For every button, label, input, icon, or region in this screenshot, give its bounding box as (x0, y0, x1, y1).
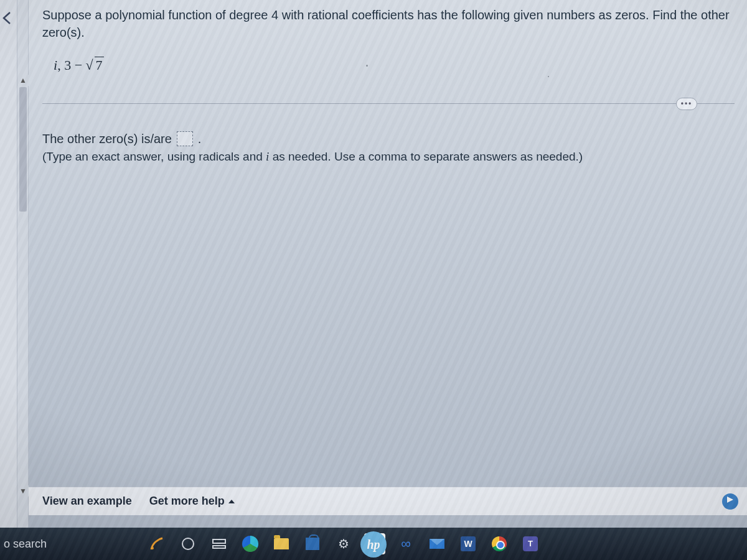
file-explorer-icon[interactable] (271, 533, 292, 554)
sqrt-icon: 7 (86, 57, 104, 73)
help-floating-button[interactable] (722, 493, 738, 510)
edge-browser-icon[interactable] (240, 533, 261, 554)
get-more-help-link[interactable]: Get more help (149, 495, 235, 508)
left-navigation-sliver (0, 0, 17, 560)
teams-icon[interactable]: T (520, 533, 541, 554)
answer-line: The other zero(s) is/are . (42, 131, 735, 146)
answer-block: The other zero(s) is/are . (Type an exac… (42, 131, 735, 164)
chrome-icon[interactable] (489, 533, 510, 554)
given-separator: , 3 − (57, 57, 85, 73)
answer-period: . (198, 132, 202, 146)
taskbar-app-icon[interactable] (146, 533, 167, 554)
answer-leadin: The other zero(s) is/are (42, 132, 172, 146)
caret-up-icon (228, 500, 235, 503)
screen: ▲ ▼ Suppose a polynomial function of deg… (0, 0, 747, 560)
view-example-link[interactable]: View an example (42, 495, 132, 508)
question-prompt: Suppose a polynomial function of degree … (42, 6, 735, 41)
word-icon[interactable]: W (458, 533, 479, 554)
section-divider: ••• (42, 103, 735, 104)
answer-hint-pre: (Type an exact answer, using radicals an… (42, 150, 266, 163)
get-more-help-label: Get more help (149, 495, 225, 508)
microsoft-store-icon[interactable] (302, 533, 323, 554)
answer-hint-post: as needed. Use a comma to separate answe… (269, 150, 583, 163)
back-arrow-icon[interactable] (0, 11, 15, 30)
question-content: Suppose a polynomial function of degree … (37, 0, 747, 485)
screen-speck (548, 76, 549, 77)
settings-gear-icon[interactable]: ⚙ (333, 533, 354, 554)
scroll-down-arrow-icon[interactable]: ▼ (17, 485, 29, 497)
mail-icon[interactable] (426, 533, 448, 554)
answer-input[interactable] (177, 131, 193, 146)
screen-speck (366, 65, 368, 67)
answer-hint: (Type an exact answer, using radicals an… (42, 150, 735, 164)
meta-icon[interactable]: ∞ (395, 533, 416, 554)
svg-point-0 (151, 547, 154, 549)
collapse-pill-button[interactable]: ••• (676, 98, 697, 110)
content-scrollbar[interactable]: ▲ ▼ (17, 0, 29, 560)
windows-taskbar: o search ⚙ a ∞ W T hp (0, 528, 747, 560)
given-radicand: 7 (95, 57, 104, 73)
taskbar-icons: ⚙ a ∞ W T (146, 533, 541, 554)
given-zeros: i, 3 − 7 (54, 57, 735, 73)
task-view-icon[interactable] (209, 533, 230, 554)
scroll-up-arrow-icon[interactable]: ▲ (17, 75, 29, 86)
hp-logo-icon: hp (360, 531, 387, 558)
scrollbar-thumb[interactable] (19, 87, 27, 212)
taskbar-search-text[interactable]: o search (4, 538, 47, 551)
cortana-icon[interactable] (177, 533, 199, 554)
view-example-label: View an example (42, 495, 132, 508)
question-footer: View an example Get more help (29, 487, 747, 515)
